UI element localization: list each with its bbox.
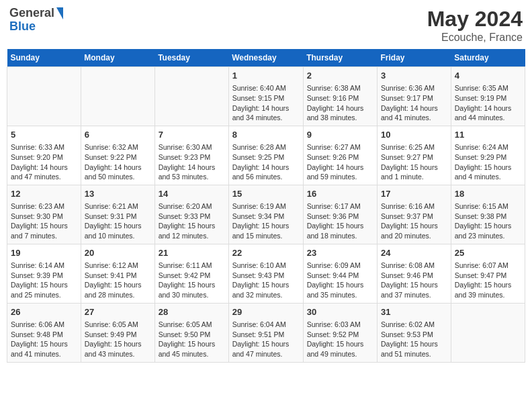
- col-friday: Friday: [378, 49, 451, 67]
- location: Ecouche, France: [427, 32, 523, 44]
- day-number: 6: [85, 129, 151, 141]
- day-info: Sunrise: 6:10 AMSunset: 9:43 PMDaylight:…: [232, 261, 300, 300]
- day-number: 13: [85, 188, 151, 200]
- day-info: Sunrise: 6:05 AMSunset: 9:49 PMDaylight:…: [85, 320, 151, 359]
- day-number: 3: [381, 70, 447, 82]
- day-number: 19: [11, 247, 77, 259]
- table-row: 18Sunrise: 6:15 AMSunset: 9:38 PMDayligh…: [451, 185, 525, 244]
- title-block: May 2024 Ecouche, France: [427, 7, 523, 44]
- day-info: Sunrise: 6:17 AMSunset: 9:36 PMDaylight:…: [307, 201, 373, 241]
- col-wednesday: Wednesday: [228, 49, 303, 67]
- day-info: Sunrise: 6:15 AMSunset: 9:38 PMDaylight:…: [455, 201, 521, 241]
- table-row: 23Sunrise: 6:09 AMSunset: 9:44 PMDayligh…: [303, 244, 377, 303]
- day-info: Sunrise: 6:16 AMSunset: 9:37 PMDaylight:…: [381, 201, 447, 241]
- day-info: Sunrise: 6:33 AMSunset: 9:20 PMDaylight:…: [11, 142, 77, 182]
- day-number: 28: [159, 306, 225, 318]
- day-number: 11: [455, 129, 521, 141]
- day-number: 22: [232, 247, 300, 259]
- table-row: 12Sunrise: 6:23 AMSunset: 9:30 PMDayligh…: [7, 185, 81, 244]
- table-row: 7Sunrise: 6:30 AMSunset: 9:23 PMDaylight…: [154, 126, 228, 185]
- day-info: Sunrise: 6:08 AMSunset: 9:46 PMDaylight:…: [381, 261, 447, 300]
- table-row: [7, 67, 81, 126]
- table-row: 30Sunrise: 6:03 AMSunset: 9:52 PMDayligh…: [303, 303, 377, 362]
- day-info: Sunrise: 6:40 AMSunset: 9:15 PMDaylight:…: [232, 83, 300, 123]
- day-number: 27: [85, 306, 151, 318]
- table-row: 5Sunrise: 6:33 AMSunset: 9:20 PMDaylight…: [7, 126, 81, 185]
- day-number: 8: [232, 129, 300, 141]
- day-info: Sunrise: 6:12 AMSunset: 9:41 PMDaylight:…: [85, 261, 151, 300]
- day-info: Sunrise: 6:28 AMSunset: 9:25 PMDaylight:…: [232, 142, 300, 182]
- table-row: 21Sunrise: 6:11 AMSunset: 9:42 PMDayligh…: [154, 244, 228, 303]
- day-number: 20: [85, 247, 151, 259]
- col-sunday: Sunday: [7, 49, 81, 67]
- table-row: 27Sunrise: 6:05 AMSunset: 9:49 PMDayligh…: [81, 303, 154, 362]
- table-row: 19Sunrise: 6:14 AMSunset: 9:39 PMDayligh…: [7, 244, 81, 303]
- day-number: 25: [455, 247, 521, 259]
- table-row: 24Sunrise: 6:08 AMSunset: 9:46 PMDayligh…: [378, 244, 451, 303]
- table-row: 31Sunrise: 6:02 AMSunset: 9:53 PMDayligh…: [378, 303, 451, 362]
- table-row: 20Sunrise: 6:12 AMSunset: 9:41 PMDayligh…: [81, 244, 154, 303]
- table-row: 13Sunrise: 6:21 AMSunset: 9:31 PMDayligh…: [81, 185, 154, 244]
- day-info: Sunrise: 6:32 AMSunset: 9:22 PMDaylight:…: [85, 142, 151, 182]
- day-number: 30: [307, 306, 373, 318]
- day-info: Sunrise: 6:05 AMSunset: 9:50 PMDaylight:…: [159, 320, 225, 359]
- day-info: Sunrise: 6:35 AMSunset: 9:19 PMDaylight:…: [455, 83, 521, 123]
- table-row: 17Sunrise: 6:16 AMSunset: 9:37 PMDayligh…: [378, 185, 451, 244]
- table-row: 22Sunrise: 6:10 AMSunset: 9:43 PMDayligh…: [228, 244, 303, 303]
- calendar-week-row: 19Sunrise: 6:14 AMSunset: 9:39 PMDayligh…: [7, 244, 525, 303]
- table-row: [154, 67, 228, 126]
- day-number: 21: [159, 247, 225, 259]
- day-number: 4: [455, 70, 521, 82]
- table-row: 3Sunrise: 6:36 AMSunset: 9:17 PMDaylight…: [378, 67, 451, 126]
- table-row: 6Sunrise: 6:32 AMSunset: 9:22 PMDaylight…: [81, 126, 154, 185]
- day-number: 26: [11, 306, 77, 318]
- day-info: Sunrise: 6:03 AMSunset: 9:52 PMDaylight:…: [307, 320, 373, 359]
- logo: General Blue: [9, 7, 63, 34]
- day-info: Sunrise: 6:23 AMSunset: 9:30 PMDaylight:…: [11, 201, 77, 241]
- col-saturday: Saturday: [451, 49, 525, 67]
- day-info: Sunrise: 6:36 AMSunset: 9:17 PMDaylight:…: [381, 83, 447, 123]
- day-number: 16: [307, 188, 373, 200]
- calendar-body: 1Sunrise: 6:40 AMSunset: 9:15 PMDaylight…: [7, 67, 525, 363]
- calendar-week-row: 5Sunrise: 6:33 AMSunset: 9:20 PMDaylight…: [7, 126, 525, 185]
- table-row: 9Sunrise: 6:27 AMSunset: 9:26 PMDaylight…: [303, 126, 377, 185]
- day-number: 1: [232, 70, 300, 82]
- page-header: General Blue May 2024 Ecouche, France: [7, 7, 525, 44]
- col-monday: Monday: [81, 49, 154, 67]
- day-info: Sunrise: 6:24 AMSunset: 9:29 PMDaylight:…: [455, 142, 521, 182]
- day-info: Sunrise: 6:04 AMSunset: 9:51 PMDaylight:…: [232, 320, 300, 359]
- logo-line1: General: [9, 7, 63, 20]
- table-row: 16Sunrise: 6:17 AMSunset: 9:36 PMDayligh…: [303, 185, 377, 244]
- table-row: 11Sunrise: 6:24 AMSunset: 9:29 PMDayligh…: [451, 126, 525, 185]
- day-number: 12: [11, 188, 77, 200]
- logo-line2: Blue: [9, 20, 63, 34]
- day-number: 15: [232, 188, 300, 200]
- day-info: Sunrise: 6:21 AMSunset: 9:31 PMDaylight:…: [85, 201, 151, 241]
- day-info: Sunrise: 6:07 AMSunset: 9:47 PMDaylight:…: [455, 261, 521, 300]
- logo-text: General Blue: [9, 7, 63, 34]
- day-info: Sunrise: 6:38 AMSunset: 9:16 PMDaylight:…: [307, 83, 373, 123]
- table-row: 8Sunrise: 6:28 AMSunset: 9:25 PMDaylight…: [228, 126, 303, 185]
- day-info: Sunrise: 6:02 AMSunset: 9:53 PMDaylight:…: [381, 320, 447, 359]
- month-year: May 2024: [427, 7, 523, 32]
- day-info: Sunrise: 6:25 AMSunset: 9:27 PMDaylight:…: [381, 142, 447, 182]
- day-info: Sunrise: 6:11 AMSunset: 9:42 PMDaylight:…: [159, 261, 225, 300]
- calendar-week-row: 1Sunrise: 6:40 AMSunset: 9:15 PMDaylight…: [7, 67, 525, 126]
- calendar-table: Sunday Monday Tuesday Wednesday Thursday…: [7, 49, 525, 363]
- day-number: 2: [307, 70, 373, 82]
- table-row: 26Sunrise: 6:06 AMSunset: 9:48 PMDayligh…: [7, 303, 81, 362]
- day-info: Sunrise: 6:30 AMSunset: 9:23 PMDaylight:…: [159, 142, 225, 182]
- day-info: Sunrise: 6:09 AMSunset: 9:44 PMDaylight:…: [307, 261, 373, 300]
- logo-triangle-icon: [56, 7, 63, 19]
- calendar-header: Sunday Monday Tuesday Wednesday Thursday…: [7, 49, 525, 67]
- table-row: [81, 67, 154, 126]
- day-number: 7: [159, 129, 225, 141]
- day-info: Sunrise: 6:27 AMSunset: 9:26 PMDaylight:…: [307, 142, 373, 182]
- table-row: 14Sunrise: 6:20 AMSunset: 9:33 PMDayligh…: [154, 185, 228, 244]
- day-number: 23: [307, 247, 373, 259]
- table-row: 25Sunrise: 6:07 AMSunset: 9:47 PMDayligh…: [451, 244, 525, 303]
- day-number: 10: [381, 129, 447, 141]
- day-info: Sunrise: 6:06 AMSunset: 9:48 PMDaylight:…: [11, 320, 77, 359]
- table-row: 29Sunrise: 6:04 AMSunset: 9:51 PMDayligh…: [228, 303, 303, 362]
- table-row: 28Sunrise: 6:05 AMSunset: 9:50 PMDayligh…: [154, 303, 228, 362]
